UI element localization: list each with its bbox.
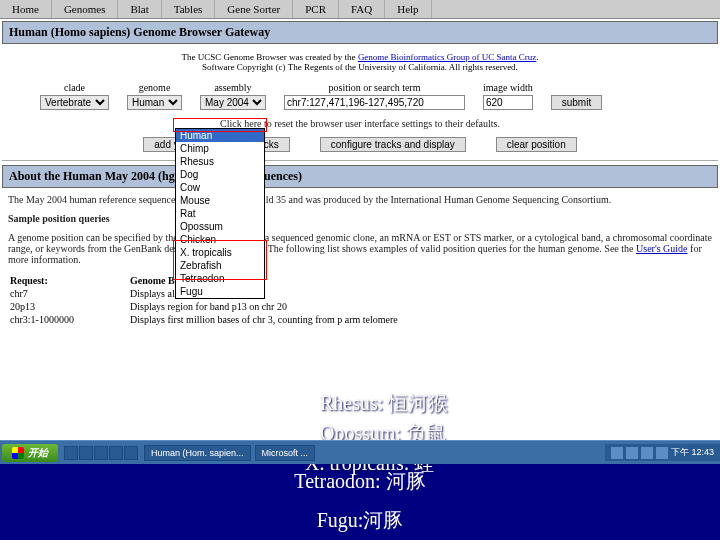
position-input[interactable]	[284, 95, 465, 110]
about-header: About the Human May 2004 (hg17) assembly…	[2, 165, 718, 188]
clade-select[interactable]: Vertebrate	[40, 95, 109, 110]
clock: 下午 12:43	[671, 446, 714, 459]
clade-label: clade	[40, 82, 109, 93]
about-text: The May 2004 human reference sequence is…	[0, 190, 720, 269]
credit-link[interactable]: Genome Bioinformatics Group of UC Santa …	[358, 52, 536, 62]
taskbar-item[interactable]: Microsoft ...	[255, 445, 316, 461]
dropdown-option[interactable]: Human	[176, 129, 264, 142]
gateway-title: Human (Homo sapiens) Genome Browser Gate…	[9, 25, 270, 39]
taskbar: 开始 Human (Hom. sapien... Microsoft ... 下…	[0, 440, 720, 464]
menu-genomes[interactable]: Genomes	[52, 0, 119, 18]
menu-tables[interactable]: Tables	[162, 0, 216, 18]
annotation-tetraodon: Tetraodon: 河豚	[0, 462, 720, 501]
users-guide-link[interactable]: User's Guide	[636, 243, 688, 254]
genome-select[interactable]: Human	[127, 95, 182, 110]
sample-queries-header: Sample position queries	[8, 213, 712, 224]
menu-faq[interactable]: FAQ	[339, 0, 385, 18]
width-input[interactable]	[483, 95, 533, 110]
width-label: image width	[483, 82, 533, 93]
clear-position-button[interactable]: clear position	[496, 137, 577, 152]
table-row: Displays region for band p13 on chr 20	[130, 301, 710, 312]
search-form: cladeVertebrate genomeHuman assemblyMay …	[0, 78, 720, 114]
windows-icon	[12, 447, 24, 459]
gateway-header: Human (Homo sapiens) Genome Browser Gate…	[2, 21, 718, 44]
reset-hint[interactable]: Click here to reset the browser user int…	[0, 114, 720, 133]
genome-label: genome	[127, 82, 182, 93]
slide-annotations: Tetraodon: 河豚 Fugu:河豚	[0, 462, 720, 540]
dropdown-option[interactable]: Chicken	[176, 233, 264, 246]
dropdown-option[interactable]: X. tropicalis	[176, 246, 264, 259]
menu-home[interactable]: Home	[0, 0, 52, 18]
table-row: chr3:1-1000000	[10, 314, 110, 325]
dropdown-option[interactable]: Tetraodon	[176, 272, 264, 285]
assembly-select[interactable]: May 2004	[200, 95, 266, 110]
dropdown-option[interactable]: Dog	[176, 168, 264, 181]
dropdown-option[interactable]: Opossum	[176, 220, 264, 233]
assembly-label: assembly	[200, 82, 266, 93]
menu-blat[interactable]: Blat	[118, 0, 161, 18]
tray-icon[interactable]	[641, 447, 653, 459]
menubar: Home Genomes Blat Tables Gene Sorter PCR…	[0, 0, 720, 19]
dropdown-option[interactable]: Rat	[176, 207, 264, 220]
quick-launch[interactable]	[64, 446, 138, 460]
configure-button[interactable]: configure tracks and display	[320, 137, 466, 152]
table-row: Displays first million bases of chr 3, c…	[130, 314, 710, 325]
examples-table: Request: Genome Browser Response: chr7Di…	[0, 269, 720, 331]
credit-text: The UCSC Genome Browser was created by t…	[181, 52, 357, 62]
annotation-rhesus: Rhesus: 恒河猴	[320, 390, 448, 417]
dropdown-option[interactable]: Zebrafish	[176, 259, 264, 272]
system-tray[interactable]: 下午 12:43	[605, 444, 720, 461]
taskbar-item[interactable]: Human (Hom. sapien...	[144, 445, 251, 461]
copyright-text: Software Copyright (c) The Regents of th…	[202, 62, 518, 72]
table-row: chr7	[10, 288, 110, 299]
start-button[interactable]: 开始	[2, 444, 58, 462]
annotation-fugu: Fugu:河豚	[0, 501, 720, 540]
menu-gene-sorter[interactable]: Gene Sorter	[215, 0, 293, 18]
menu-pcr[interactable]: PCR	[293, 0, 339, 18]
tray-icon[interactable]	[626, 447, 638, 459]
menu-help[interactable]: Help	[385, 0, 431, 18]
button-row: add your own custom tracks configure tra…	[0, 133, 720, 156]
request-header: Request:	[10, 275, 110, 286]
dropdown-option[interactable]: Mouse	[176, 194, 264, 207]
table-row: 20p13	[10, 301, 110, 312]
dropdown-option[interactable]: Chimp	[176, 142, 264, 155]
genome-dropdown-list[interactable]: Human Chimp Rhesus Dog Cow Mouse Rat Opo…	[175, 128, 265, 299]
submit-button[interactable]: submit	[551, 95, 602, 110]
dropdown-option[interactable]: Cow	[176, 181, 264, 194]
dropdown-option[interactable]: Rhesus	[176, 155, 264, 168]
credit-block: The UCSC Genome Browser was created by t…	[0, 46, 720, 78]
dropdown-option[interactable]: Fugu	[176, 285, 264, 298]
tray-icon[interactable]	[656, 447, 668, 459]
tray-icon[interactable]	[611, 447, 623, 459]
position-label: position or search term	[284, 82, 465, 93]
